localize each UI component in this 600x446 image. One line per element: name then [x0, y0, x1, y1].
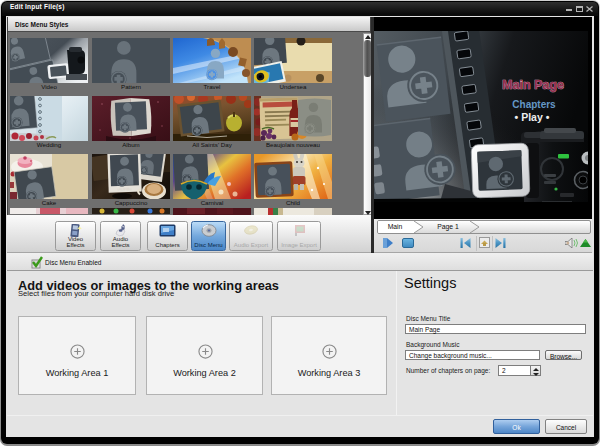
svg-text:Chapters: Chapters — [512, 99, 556, 110]
svg-text:Main Page: Main Page — [502, 78, 564, 92]
svg-text:Page 1: Page 1 — [437, 223, 459, 231]
svg-text:Main: Main — [388, 223, 403, 230]
svg-text:• Play •: • Play • — [515, 111, 550, 123]
svg-text:tAUFlBa: tAUFlBa — [117, 187, 132, 192]
